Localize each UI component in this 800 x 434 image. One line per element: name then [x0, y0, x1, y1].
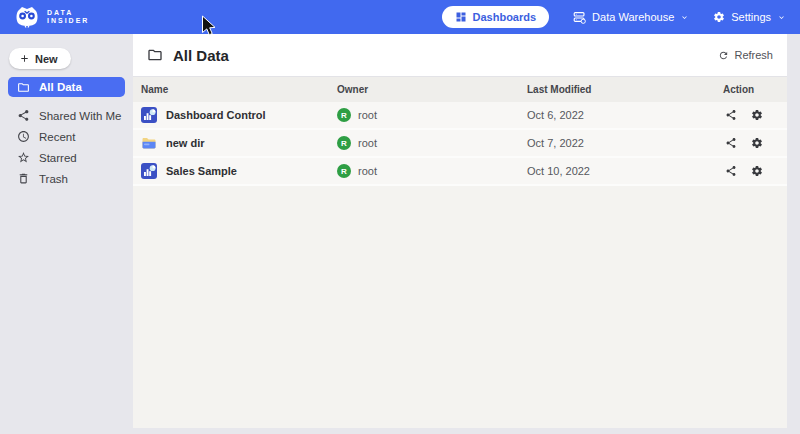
- plus-icon: [19, 53, 30, 64]
- sidebar-item-label: Trash: [39, 173, 68, 185]
- star-icon: [17, 151, 30, 164]
- column-header-owner: Owner: [337, 84, 527, 95]
- data-warehouse-menu[interactable]: Data Warehouse: [573, 11, 689, 24]
- name-cell: Sales Sample: [141, 163, 337, 179]
- owner-name: root: [358, 165, 377, 177]
- refresh-label: Refresh: [734, 49, 773, 61]
- chevron-down-icon: [680, 13, 689, 22]
- sidebar-item-recent[interactable]: Recent: [0, 126, 133, 147]
- file-name: Sales Sample: [166, 165, 237, 177]
- top-nav: DATA INSIDER Dashboards: [0, 0, 800, 34]
- gear-icon: [713, 11, 725, 23]
- name-cell: new dir: [141, 135, 337, 151]
- owl-logo-icon: [14, 6, 40, 29]
- sidebar-item-label: Starred: [39, 152, 77, 164]
- table-row[interactable]: Sales Sample R root Oct 10, 2022: [133, 158, 787, 186]
- content-header: All Data Refresh: [133, 34, 787, 77]
- action-cell: [717, 165, 787, 177]
- owner-avatar: R: [337, 108, 351, 122]
- new-button-label: New: [35, 53, 58, 65]
- settings-menu[interactable]: Settings: [713, 11, 786, 23]
- table-header-row: Name Owner Last Modified Action: [133, 77, 787, 102]
- sidebar-item-trash[interactable]: Trash: [0, 168, 133, 189]
- new-button[interactable]: New: [9, 48, 71, 69]
- refresh-icon: [718, 50, 729, 61]
- settings-label: Settings: [731, 11, 771, 23]
- action-cell: [717, 137, 787, 149]
- column-header-last-modified: Last Modified: [527, 84, 717, 95]
- folder-icon: [147, 47, 163, 63]
- owner-name: root: [358, 109, 377, 121]
- folder-icon: [17, 81, 30, 94]
- refresh-button[interactable]: Refresh: [718, 49, 773, 61]
- dashboard-grid-icon: [455, 11, 467, 23]
- owner-name: root: [358, 137, 377, 149]
- file-name: new dir: [166, 137, 205, 149]
- gear-icon[interactable]: [751, 137, 763, 149]
- dashboard-file-icon: [141, 107, 157, 123]
- share-icon[interactable]: [725, 137, 737, 149]
- app-window: DATA INSIDER Dashboards: [0, 0, 800, 434]
- sidebar-item-label: Recent: [39, 131, 75, 143]
- action-cell: [717, 109, 787, 121]
- table-row[interactable]: Dashboard Control R root Oct 6, 2022: [133, 102, 787, 130]
- last-modified-cell: Oct 7, 2022: [527, 137, 717, 149]
- sidebar-item-label: All Data: [39, 81, 82, 93]
- owner-cell: R root: [337, 136, 527, 150]
- nav-actions: Dashboards Data Warehouse: [442, 6, 786, 28]
- sidebar-item-label: Shared With Me: [39, 110, 121, 122]
- last-modified-cell: Oct 6, 2022: [527, 109, 717, 121]
- owner-avatar: R: [337, 164, 351, 178]
- brand-text: DATA INSIDER: [47, 9, 89, 26]
- chevron-down-icon: [777, 13, 786, 22]
- brand-logo[interactable]: DATA INSIDER: [14, 6, 89, 29]
- sidebar-item-starred[interactable]: Starred: [0, 147, 133, 168]
- folder-file-icon: [141, 135, 157, 151]
- page-title: All Data: [173, 47, 229, 64]
- column-header-action: Action: [717, 84, 787, 95]
- gear-icon[interactable]: [751, 165, 763, 177]
- table-row[interactable]: new dir R root Oct 7, 2022: [133, 130, 787, 158]
- data-warehouse-label: Data Warehouse: [592, 11, 674, 23]
- dashboard-file-icon: [141, 163, 157, 179]
- sidebar-item-shared-with-me[interactable]: Shared With Me: [0, 105, 133, 126]
- file-name: Dashboard Control: [166, 109, 266, 121]
- name-cell: Dashboard Control: [141, 107, 337, 123]
- owner-avatar: R: [337, 136, 351, 150]
- share-icon[interactable]: [725, 165, 737, 177]
- owner-cell: R root: [337, 164, 527, 178]
- column-header-name: Name: [141, 84, 337, 95]
- gear-icon[interactable]: [751, 109, 763, 121]
- dashboards-button[interactable]: Dashboards: [442, 6, 550, 28]
- clock-icon: [17, 130, 30, 143]
- database-icon: [573, 11, 586, 24]
- sidebar: New All Data Shared With Me Recent: [0, 34, 133, 434]
- share-icon: [17, 109, 30, 122]
- sidebar-menu: All Data Shared With Me Recent Starred: [0, 77, 133, 189]
- trash-icon: [17, 172, 30, 185]
- dashboards-label: Dashboards: [473, 11, 537, 23]
- share-icon[interactable]: [725, 109, 737, 121]
- main-content: All Data Refresh Name Owner Last Modifie…: [133, 34, 787, 428]
- owner-cell: R root: [337, 108, 527, 122]
- sidebar-item-all-data[interactable]: All Data: [8, 77, 125, 97]
- last-modified-cell: Oct 10, 2022: [527, 165, 717, 177]
